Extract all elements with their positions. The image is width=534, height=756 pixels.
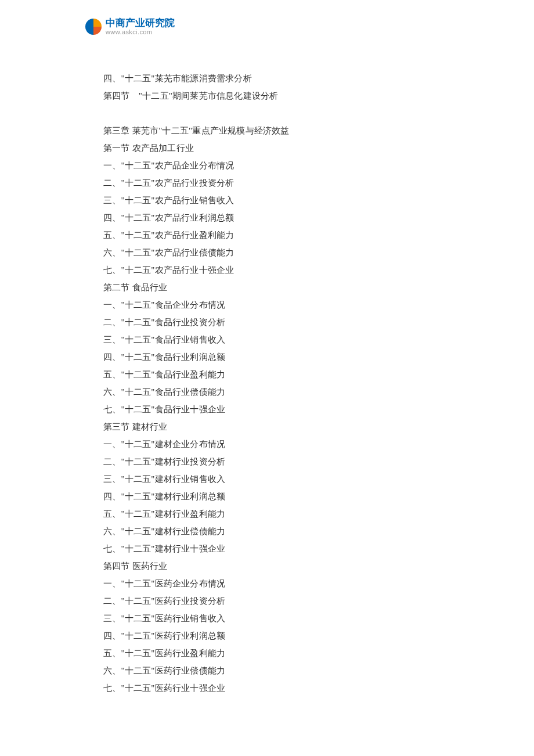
toc-line: 二、"十二五"农产品行业投资分析: [103, 174, 452, 192]
toc-line: 第三章 莱芜市"十二五"重点产业规模与经济效益: [103, 122, 452, 139]
toc-line: 第四节 医药行业: [103, 557, 452, 575]
toc-line: 七、"十二五"建材行业十强企业: [103, 540, 452, 557]
toc-line: 一、"十二五"食品企业分布情况: [103, 296, 452, 314]
toc-line: 五、"十二五"医药行业盈利能力: [103, 645, 452, 662]
toc-line: 第二节 食品行业: [103, 279, 452, 296]
toc-line: 四、"十二五"建材行业利润总额: [103, 488, 452, 505]
toc-line: 二、"十二五"建材行业投资分析: [103, 453, 452, 470]
toc-line: 三、"十二五"农产品行业销售收入: [103, 192, 452, 209]
toc-line: 第一节 农产品加工行业: [103, 139, 452, 157]
toc-line: 四、"十二五"食品行业利润总额: [103, 348, 452, 366]
logo-url-text: www.askci.com: [106, 29, 175, 35]
toc-line: 三、"十二五"医药行业销售收入: [103, 610, 452, 627]
toc-line: 五、"十二五"农产品行业盈利能力: [103, 226, 452, 244]
toc-line: 五、"十二五"食品行业盈利能力: [103, 366, 452, 383]
toc-line: 七、"十二五"食品行业十强企业: [103, 401, 452, 418]
toc-line: 第四节 "十二五"期间莱芜市信息化建设分析: [103, 87, 452, 105]
toc-line: 一、"十二五"农产品企业分布情况: [103, 157, 452, 174]
toc-line: 七、"十二五"农产品行业十强企业: [103, 261, 452, 279]
toc-line: 六、"十二五"农产品行业偿债能力: [103, 244, 452, 261]
toc-line: 四、"十二五"农产品行业利润总额: [103, 209, 452, 226]
document-content: 四、"十二五"莱芜市能源消费需求分析 第四节 "十二五"期间莱芜市信息化建设分析…: [103, 70, 452, 697]
toc-line: 一、"十二五"医药企业分布情况: [103, 575, 452, 592]
toc-line: 第三节 建材行业: [103, 418, 452, 435]
logo-icon: [84, 17, 103, 36]
toc-line: 六、"十二五"医药行业偿债能力: [103, 662, 452, 679]
toc-line: 六、"十二五"食品行业偿债能力: [103, 383, 452, 401]
toc-line: 六、"十二五"建材行业偿债能力: [103, 523, 452, 540]
toc-line: 一、"十二五"建材企业分布情况: [103, 435, 452, 453]
logo-cn-text: 中商产业研究院: [106, 18, 175, 28]
logo-container: 中商产业研究院 www.askci.com: [84, 17, 175, 36]
toc-line: 四、"十二五"医药行业利润总额: [103, 627, 452, 645]
toc-line: 三、"十二五"建材行业销售收入: [103, 470, 452, 488]
toc-line: 三、"十二五"食品行业销售收入: [103, 331, 452, 348]
toc-line: 二、"十二五"食品行业投资分析: [103, 314, 452, 331]
toc-line: 四、"十二五"莱芜市能源消费需求分析: [103, 70, 452, 87]
toc-line: 七、"十二五"医药行业十强企业: [103, 679, 452, 697]
toc-line: 五、"十二五"建材行业盈利能力: [103, 505, 452, 523]
blank-line: [103, 105, 452, 122]
toc-line: 二、"十二五"医药行业投资分析: [103, 592, 452, 610]
